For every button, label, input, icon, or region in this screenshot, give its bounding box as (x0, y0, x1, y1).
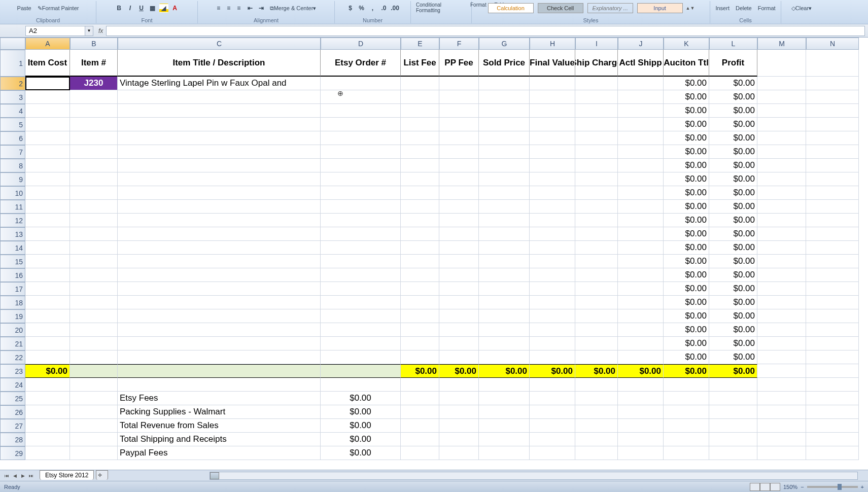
cell[interactable] (479, 405, 530, 419)
cell[interactable] (25, 446, 70, 460)
cell[interactable] (439, 104, 479, 118)
cell[interactable] (757, 186, 806, 200)
cell[interactable] (575, 323, 618, 337)
cell[interactable] (439, 118, 479, 131)
cell[interactable]: Actl Shipp (618, 50, 664, 77)
page-break-button[interactable] (770, 483, 780, 491)
cell[interactable] (757, 446, 806, 460)
cell[interactable]: $0.00 (709, 118, 757, 131)
cell[interactable] (401, 255, 439, 268)
cell[interactable] (25, 350, 70, 364)
cell[interactable] (439, 405, 479, 419)
hscroll-thumb[interactable] (210, 472, 219, 479)
cell[interactable] (806, 392, 859, 405)
cell[interactable] (25, 104, 70, 118)
cell[interactable] (806, 337, 859, 350)
cell[interactable] (401, 268, 439, 282)
col-header-G[interactable]: G (479, 38, 530, 50)
cell[interactable] (25, 419, 70, 433)
percent-icon[interactable]: % (357, 4, 366, 13)
cell[interactable] (118, 118, 321, 131)
cell[interactable]: $0.00 (664, 186, 709, 200)
cell[interactable]: $0.00 (709, 282, 757, 296)
cell[interactable] (757, 296, 806, 309)
cell[interactable] (25, 323, 70, 337)
cell[interactable] (118, 186, 321, 200)
cell[interactable] (530, 145, 575, 159)
cell[interactable] (575, 118, 618, 131)
cell[interactable] (479, 296, 530, 309)
cell[interactable] (757, 350, 806, 364)
cell[interactable] (618, 337, 664, 350)
cell[interactable] (757, 433, 806, 446)
style-check-cell[interactable]: Check Cell (538, 3, 583, 13)
row-header[interactable]: 2 (0, 77, 25, 90)
cell[interactable]: $0.00 (321, 446, 401, 460)
cell[interactable] (479, 90, 530, 104)
align-top-icon[interactable]: ≡ (214, 4, 223, 13)
cell[interactable] (70, 364, 118, 378)
cell[interactable] (709, 419, 757, 433)
cell[interactable]: $0.00 (709, 214, 757, 227)
cell[interactable] (70, 118, 118, 131)
cell[interactable] (530, 337, 575, 350)
cell[interactable] (118, 309, 321, 323)
cell[interactable] (70, 214, 118, 227)
col-header-H[interactable]: H (530, 38, 575, 50)
cell[interactable] (25, 241, 70, 255)
cell[interactable] (118, 227, 321, 241)
cell[interactable] (70, 378, 118, 392)
cell[interactable] (401, 282, 439, 296)
cell[interactable] (118, 378, 321, 392)
cell[interactable] (618, 131, 664, 145)
cell[interactable] (118, 241, 321, 255)
cell[interactable]: $0.00 (709, 104, 757, 118)
cell[interactable]: J230 (70, 77, 118, 90)
cell[interactable] (439, 446, 479, 460)
cell[interactable] (321, 364, 401, 378)
cell[interactable] (25, 268, 70, 282)
cell[interactable] (618, 77, 664, 90)
cell[interactable] (757, 77, 806, 90)
cell[interactable] (70, 433, 118, 446)
cell[interactable] (479, 214, 530, 227)
cell[interactable] (757, 337, 806, 350)
cell[interactable] (806, 309, 859, 323)
cell[interactable] (70, 350, 118, 364)
cell[interactable] (118, 268, 321, 282)
cell[interactable] (479, 323, 530, 337)
cell[interactable] (479, 104, 530, 118)
cell[interactable] (530, 159, 575, 172)
cell[interactable] (118, 159, 321, 172)
cell[interactable] (530, 433, 575, 446)
cell[interactable] (321, 323, 401, 337)
cell[interactable] (401, 227, 439, 241)
row-header[interactable]: 21 (0, 337, 25, 350)
cell[interactable] (479, 172, 530, 186)
cell[interactable] (806, 268, 859, 282)
cell[interactable] (439, 241, 479, 255)
cell[interactable] (709, 433, 757, 446)
merge-center-button[interactable]: ⧉ Merge & Center ▾ (268, 4, 319, 13)
row-header[interactable]: 12 (0, 214, 25, 227)
cell[interactable]: $0.00 (321, 405, 401, 419)
cell[interactable] (439, 227, 479, 241)
cell[interactable] (757, 255, 806, 268)
col-header-J[interactable]: J (618, 38, 664, 50)
cell[interactable]: $0.00 (664, 309, 709, 323)
row-header[interactable]: 17 (0, 282, 25, 296)
cell[interactable] (439, 145, 479, 159)
col-header-K[interactable]: K (664, 38, 709, 50)
cell[interactable]: $0.00 (321, 433, 401, 446)
cell[interactable] (321, 255, 401, 268)
cell[interactable] (401, 90, 439, 104)
cell[interactable] (118, 104, 321, 118)
row-header[interactable]: 7 (0, 145, 25, 159)
cell[interactable] (321, 77, 401, 90)
sheet-tab-active[interactable]: Etsy Store 2012 (40, 470, 94, 480)
cell[interactable] (806, 282, 859, 296)
dec-decimal-icon[interactable]: .00 (391, 4, 400, 13)
select-all-corner[interactable] (0, 38, 25, 50)
cell[interactable] (401, 446, 439, 460)
cell[interactable] (321, 145, 401, 159)
